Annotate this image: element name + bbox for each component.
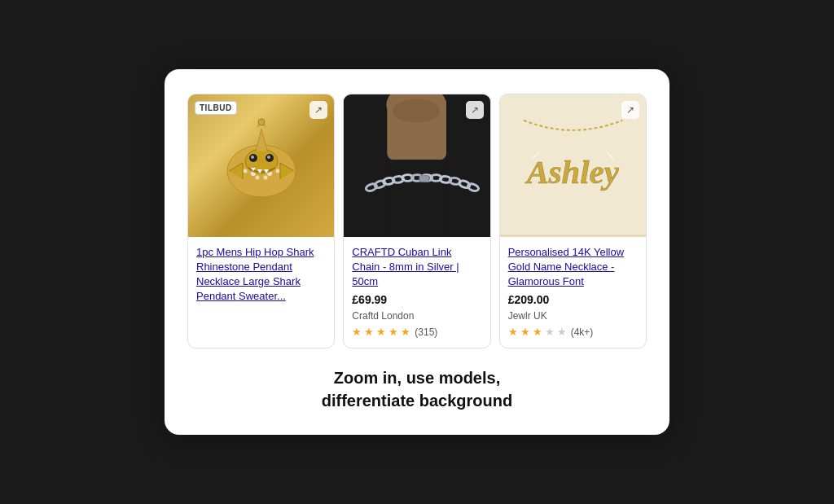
svg-point-22 [393,99,440,122]
star-4-cuban: ★ [388,326,398,338]
product-image-shark: TILBUD ↗ [188,94,334,237]
product-card-necklace: Ashley ↗ Personalised 14K Yellow Gold Na… [499,94,647,349]
products-row: TILBUD ↗ 1pc Mens Hip Hop Shark Rhinesto… [187,94,647,349]
product-info-shark: 1pc Mens Hip Hop Shark Rhinestone Pendan… [188,237,334,348]
product-seller-cuban: Craftd London [352,310,481,322]
star-half-cuban: ★ [401,326,410,338]
star-2-cuban: ★ [364,326,374,338]
review-count-cuban: (315) [415,327,437,338]
star-4-necklace: ★ [545,326,555,338]
svg-rect-35 [419,175,429,182]
external-link-icon-necklace[interactable]: ↗ [621,101,639,119]
bottom-text: Zoom in, use models, differentiate backg… [187,366,647,412]
star-1-cuban: ★ [352,326,362,338]
svg-point-16 [267,156,270,159]
main-container: TILBUD ↗ 1pc Mens Hip Hop Shark Rhinesto… [165,69,669,436]
svg-point-11 [263,176,267,180]
tilbud-badge: TILBUD [195,101,237,115]
svg-text:Ashley: Ashley [524,154,619,191]
star-3-necklace: ★ [533,326,542,338]
shark-pendant-svg [208,112,314,218]
product-image-cuban: ↗ [344,94,489,237]
product-info-cuban: CRAFTD Cuban Link Chain - 8mm in Silver … [344,237,489,348]
product-title-shark[interactable]: 1pc Mens Hip Hop Shark Rhinestone Pendan… [196,245,326,305]
product-title-necklace[interactable]: Personalised 14K Yellow Gold Name Neckla… [508,245,638,290]
star-3-cuban: ★ [376,326,386,338]
svg-rect-20 [388,160,447,234]
product-price-cuban: £69.99 [352,293,481,306]
stars-row-necklace: ★ ★ ★ ★ ★ (4k+) [508,326,638,338]
product-info-necklace: Personalised 14K Yellow Gold Name Neckla… [500,237,646,348]
star-1-necklace: ★ [508,326,518,338]
svg-point-10 [255,176,259,180]
external-link-icon-cuban[interactable]: ↗ [466,101,484,119]
external-link-icon-shark[interactable]: ↗ [309,101,327,119]
svg-point-9 [275,169,279,173]
product-card-cuban: ↗ CRAFTD Cuban Link Chain - 8mm in Silve… [343,94,490,349]
star-2-necklace: ★ [520,326,530,338]
bottom-text-line2: differentiate background [187,389,647,412]
review-count-necklace: (4k+) [571,327,594,338]
bottom-text-line1: Zoom in, use models, [187,366,647,389]
svg-point-8 [243,169,247,173]
product-image-necklace: Ashley ↗ [500,94,646,237]
product-card-shark: TILBUD ↗ 1pc Mens Hip Hop Shark Rhinesto… [187,94,335,349]
star-5-necklace: ★ [557,326,567,338]
svg-point-15 [251,156,254,159]
product-seller-necklace: Jewlr UK [508,310,638,322]
product-title-cuban[interactable]: CRAFTD Cuban Link Chain - 8mm in Silver … [352,245,481,290]
svg-point-17 [258,119,265,125]
stars-row-cuban: ★ ★ ★ ★ ★ (315) [352,326,481,338]
product-price-necklace: £209.00 [508,293,638,306]
